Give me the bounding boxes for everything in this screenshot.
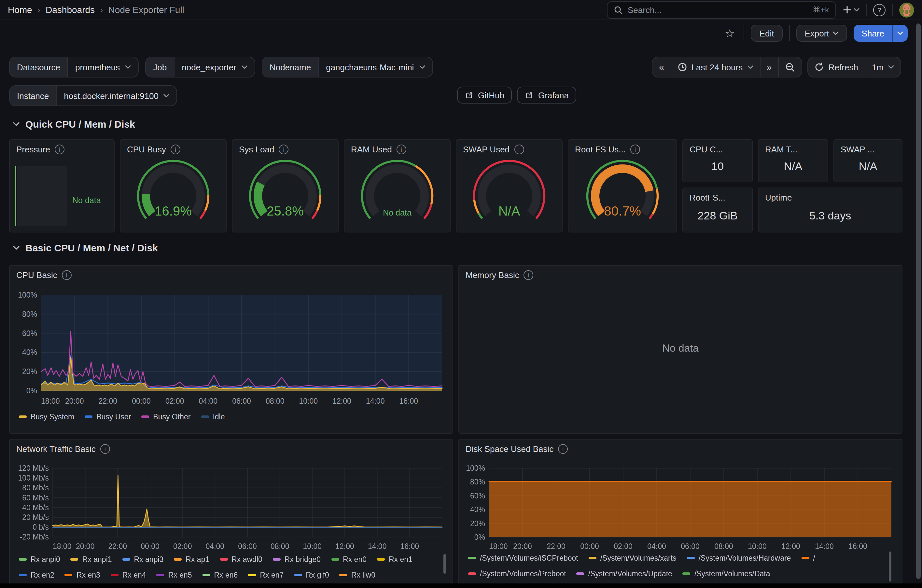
- legend-item[interactable]: /System/Volumes/Data: [683, 570, 770, 578]
- refresh-label: Refresh: [829, 62, 858, 72]
- panel-title[interactable]: RAM Used: [351, 145, 392, 154]
- breadcrumb-home[interactable]: Home: [8, 5, 32, 15]
- info-icon[interactable]: i: [55, 145, 64, 154]
- legend-item[interactable]: Idle: [201, 413, 225, 421]
- legend-item[interactable]: /System/Volumes/iSCPreboot: [468, 554, 578, 562]
- export-button[interactable]: Export: [796, 25, 847, 42]
- legend-item[interactable]: Rx awdl0: [220, 555, 262, 563]
- breadcrumb-dashboards[interactable]: Dashboards: [46, 5, 95, 15]
- add-button[interactable]: [843, 5, 860, 14]
- panel-title[interactable]: Pressure: [16, 145, 50, 154]
- legend-item[interactable]: /System/Volumes/Hardware: [687, 554, 791, 562]
- panel-title[interactable]: RAM T...: [765, 145, 797, 154]
- svg-text:22:00: 22:00: [547, 542, 566, 550]
- panel-title[interactable]: RootFS...: [690, 193, 725, 203]
- bar-gauge-empty-track: [17, 166, 67, 226]
- time-series-plot[interactable]: 100%80%60%40%20%0%18:0020:0022:0000:0002…: [10, 266, 454, 434]
- svg-text:80.7%: 80.7%: [604, 204, 641, 218]
- svg-text:60%: 60%: [22, 329, 37, 338]
- info-icon[interactable]: i: [171, 145, 180, 154]
- legend-item[interactable]: Rx en1: [377, 555, 412, 563]
- panel-title[interactable]: CPU C...: [690, 145, 723, 154]
- section-basic-cpu-mem-net-disk[interactable]: Basic CPU / Mem / Net / Disk: [13, 242, 158, 253]
- favorite-button[interactable]: ☆: [722, 26, 737, 40]
- avatar[interactable]: [899, 2, 914, 17]
- legend-item[interactable]: /System/Volumes/xarts: [589, 554, 677, 562]
- legend-item[interactable]: Rx en2: [19, 571, 54, 579]
- info-icon[interactable]: i: [524, 270, 534, 280]
- legend-swatch: [111, 574, 119, 576]
- variable-nodename-dropdown[interactable]: gangchaeuns-Mac-mini: [318, 57, 432, 77]
- legend-item[interactable]: Rx anpi1: [71, 555, 112, 563]
- legend-swatch: [468, 557, 476, 559]
- legend-item[interactable]: Rx en6: [203, 571, 238, 579]
- legend-item[interactable]: Rx en5: [157, 571, 192, 579]
- time-range-picker[interactable]: Last 24 hours: [671, 57, 760, 77]
- legend-item[interactable]: Rx bridge0: [273, 555, 321, 563]
- legend-item[interactable]: Rx ap1: [174, 555, 209, 563]
- legend-item[interactable]: Rx anpi3: [123, 555, 164, 563]
- legend-item[interactable]: /System/Volumes/Update: [577, 570, 672, 578]
- panel-title[interactable]: Uptime: [765, 193, 792, 203]
- legend-item[interactable]: /: [801, 554, 815, 562]
- legend-scrollbar-thumb[interactable]: [443, 554, 446, 574]
- legend-item[interactable]: Busy User: [85, 413, 131, 421]
- info-icon[interactable]: i: [397, 145, 406, 154]
- panel-title[interactable]: Root FS Us...: [575, 145, 626, 154]
- zoom-out-icon: [786, 62, 795, 72]
- grafana-link[interactable]: Grafana: [517, 87, 577, 103]
- legend-swatch: [577, 572, 584, 575]
- variable-instance-dropdown[interactable]: host.docker.internal:9100: [56, 86, 177, 106]
- legend-swatch: [331, 558, 339, 561]
- legend-item[interactable]: /System/Volumes/Preboot: [468, 570, 566, 578]
- legend-label: Busy User: [96, 413, 131, 421]
- info-icon[interactable]: i: [630, 145, 640, 154]
- github-link[interactable]: GitHub: [457, 87, 512, 103]
- panel-title[interactable]: Sys Load: [239, 145, 274, 154]
- info-icon[interactable]: i: [279, 145, 288, 154]
- refresh-button[interactable]: Refresh: [808, 57, 865, 77]
- dashboard-links: GitHub Grafana: [457, 87, 577, 103]
- panel-title[interactable]: SWAP Used: [463, 145, 510, 154]
- bottom-strip: [0, 583, 922, 588]
- zoom-out-button[interactable]: [778, 57, 802, 77]
- time-shift-forward-button[interactable]: »: [760, 57, 778, 77]
- panel-rootfs: RootFS...228 GiB: [682, 188, 753, 232]
- legend-item[interactable]: Rx en4: [111, 571, 146, 579]
- help-button[interactable]: ?: [873, 3, 886, 16]
- info-icon[interactable]: i: [514, 145, 524, 154]
- refresh-interval-dropdown[interactable]: 1m: [865, 57, 901, 77]
- legend-item[interactable]: Rx en0: [331, 555, 366, 563]
- variable-job-dropdown[interactable]: node_exporter: [174, 57, 255, 77]
- panel-title[interactable]: Memory Basic: [466, 270, 519, 280]
- svg-text:-20 Mb/s: -20 Mb/s: [20, 532, 49, 541]
- time-series-plot[interactable]: 120 Mb/s100 Mb/s80 Mb/s60 Mb/s40 Mb/s20 …: [10, 439, 454, 588]
- share-button[interactable]: Share: [854, 25, 892, 42]
- legend-item[interactable]: Rx gif0: [294, 571, 329, 579]
- svg-text:20 Mb/s: 20 Mb/s: [22, 513, 49, 521]
- legend-item[interactable]: Busy System: [19, 413, 74, 421]
- edit-button[interactable]: Edit: [751, 25, 783, 42]
- legend-item[interactable]: Rx anpi0: [19, 555, 60, 563]
- legend-swatch: [340, 574, 347, 576]
- panel-title[interactable]: SWAP ...: [840, 145, 875, 154]
- variable-datasource-dropdown[interactable]: prometheus: [67, 57, 138, 77]
- legend-item[interactable]: Busy Other: [141, 413, 190, 421]
- page-scrollbar-thumb[interactable]: [916, 23, 921, 579]
- svg-text:0%: 0%: [474, 533, 485, 541]
- panel-title[interactable]: CPU Busy: [127, 145, 166, 154]
- svg-text:14:00: 14:00: [366, 397, 385, 405]
- section-quick-cpu-mem-disk[interactable]: Quick CPU / Mem / Disk: [13, 119, 135, 129]
- legend-item[interactable]: Rx en3: [65, 571, 100, 579]
- legend-scrollbar-thumb[interactable]: [889, 552, 891, 581]
- time-series-plot[interactable]: 100%80%60%40%20%0%18:0020:0022:0000:0002…: [459, 439, 903, 588]
- star-icon: ☆: [725, 27, 735, 39]
- time-shift-back-button[interactable]: «: [652, 57, 671, 77]
- legend-item[interactable]: Rx en7: [248, 571, 284, 579]
- legend-label: /: [813, 554, 815, 562]
- legend-item[interactable]: Rx llw0: [340, 571, 375, 579]
- page-scrollbar[interactable]: [916, 22, 921, 586]
- search-input[interactable]: Search... ⌘+k: [607, 1, 836, 18]
- share-dropdown-button[interactable]: [892, 25, 908, 42]
- panel-root-fs-us: Root FS Us...i80.7%: [568, 139, 677, 232]
